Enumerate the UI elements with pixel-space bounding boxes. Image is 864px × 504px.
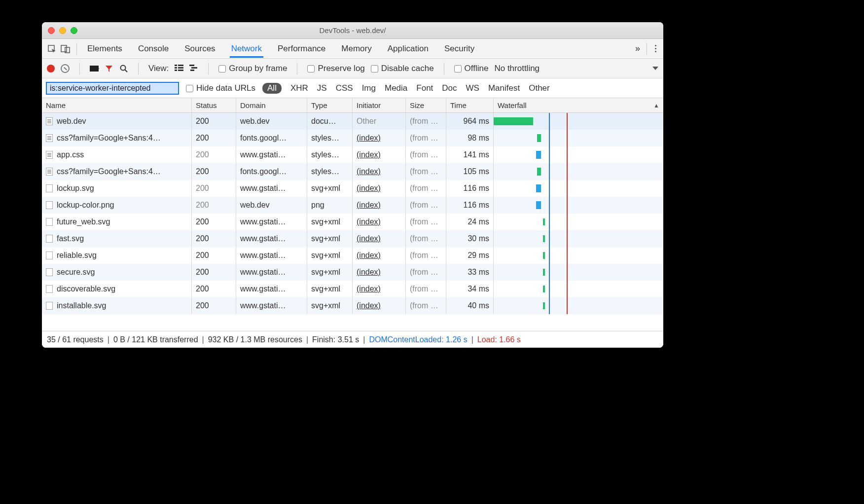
table-row[interactable]: discoverable.svg200www.gstati…svg+xml(in… xyxy=(42,281,663,297)
filter-chip-other[interactable]: Other xyxy=(529,83,550,93)
cell-waterfall xyxy=(494,146,663,163)
tab-console[interactable]: Console xyxy=(137,40,170,58)
tab-security[interactable]: Security xyxy=(443,40,476,58)
table-row[interactable]: css?family=Google+Sans:4…200fonts.googl…… xyxy=(42,130,663,146)
table-row[interactable]: web.dev200web.devdocu…Other(from …964 ms xyxy=(42,113,663,130)
filter-chip-doc[interactable]: Doc xyxy=(442,83,457,93)
table-row[interactable]: secure.svg200www.gstati…svg+xml(index)(f… xyxy=(42,264,663,281)
cell-status: 200 xyxy=(192,281,236,297)
tab-sources[interactable]: Sources xyxy=(183,40,216,58)
filter-chip-xhr[interactable]: XHR xyxy=(290,83,308,93)
cell-domain: web.dev xyxy=(236,197,307,214)
traffic-lights xyxy=(42,27,77,34)
tab-performance[interactable]: Performance xyxy=(276,40,327,58)
screenshot-icon[interactable] xyxy=(90,66,99,72)
cell-name: future_web.svg xyxy=(57,217,110,226)
cell-initiator[interactable]: (index) xyxy=(357,217,381,226)
cell-initiator[interactable]: (index) xyxy=(357,251,381,260)
filter-chip-ws[interactable]: WS xyxy=(466,83,479,93)
cell-domain: web.dev xyxy=(236,113,307,130)
dcl-line xyxy=(549,197,550,214)
filter-input[interactable] xyxy=(46,82,179,95)
file-icon xyxy=(46,268,53,276)
tab-memory[interactable]: Memory xyxy=(340,40,373,58)
cell-initiator[interactable]: (index) xyxy=(357,285,381,293)
more-tabs-icon[interactable]: » xyxy=(631,43,643,54)
record-button[interactable] xyxy=(47,65,55,72)
group-by-frame-checkbox[interactable]: Group by frame xyxy=(218,64,287,73)
filter-icon[interactable] xyxy=(105,64,113,73)
table-row[interactable]: lockup-color.png200web.devpng(index)(fro… xyxy=(42,197,663,214)
load-line xyxy=(567,130,568,146)
tab-network[interactable]: Network xyxy=(230,40,263,58)
cell-initiator[interactable]: (index) xyxy=(357,150,381,159)
filter-chip-all[interactable]: All xyxy=(262,83,282,94)
close-icon[interactable] xyxy=(48,27,55,34)
network-toolbar: View: Group by frame Preserve log Disabl… xyxy=(42,59,663,78)
col-type[interactable]: Type xyxy=(307,98,353,112)
col-time[interactable]: Time xyxy=(446,98,494,112)
load-line xyxy=(567,297,568,314)
filter-chip-js[interactable]: JS xyxy=(317,83,327,93)
cell-name: lockup.svg xyxy=(57,184,94,193)
table-row[interactable]: reliable.svg200www.gstati…svg+xml(index)… xyxy=(42,247,663,264)
cell-name: css?family=Google+Sans:4… xyxy=(57,134,161,143)
filter-chip-img[interactable]: Img xyxy=(362,83,376,93)
minimize-icon[interactable] xyxy=(59,27,66,34)
col-domain[interactable]: Domain xyxy=(236,98,307,112)
kebab-menu-icon[interactable] xyxy=(651,45,660,52)
overview-icon[interactable] xyxy=(189,64,198,73)
table-row[interactable]: installable.svg200www.gstati…svg+xml(ind… xyxy=(42,297,663,314)
disable-cache-checkbox[interactable]: Disable cache xyxy=(371,64,434,73)
cell-initiator[interactable]: (index) xyxy=(357,234,381,243)
clear-icon[interactable] xyxy=(61,64,70,73)
filter-chip-manifest[interactable]: Manifest xyxy=(488,83,520,93)
tab-application[interactable]: Application xyxy=(386,40,430,58)
large-rows-icon[interactable] xyxy=(175,64,183,73)
cell-initiator[interactable]: (index) xyxy=(357,268,381,277)
filter-chip-css[interactable]: CSS xyxy=(336,83,353,93)
cell-size: (from … xyxy=(406,130,446,146)
cell-size: (from … xyxy=(406,214,446,230)
cell-name: lockup-color.png xyxy=(57,201,114,210)
col-waterfall[interactable]: Waterfall▲ xyxy=(494,98,663,112)
cell-initiator[interactable]: (index) xyxy=(357,134,381,143)
status-transferred: 0 B / 121 KB transferred xyxy=(113,335,198,344)
preserve-log-checkbox[interactable]: Preserve log xyxy=(307,64,364,73)
col-size[interactable]: Size xyxy=(406,98,446,112)
throttling-caret-icon[interactable] xyxy=(652,67,658,70)
cell-initiator[interactable]: (index) xyxy=(357,167,381,176)
filter-chip-media[interactable]: Media xyxy=(385,83,407,93)
cell-name: web.dev xyxy=(57,117,86,126)
table-row[interactable]: app.css200www.gstati…styles…(index)(from… xyxy=(42,146,663,163)
cell-time: 116 ms xyxy=(446,180,494,197)
tab-elements[interactable]: Elements xyxy=(86,40,124,58)
filter-chip-font[interactable]: Font xyxy=(416,83,433,93)
cell-type: svg+xml xyxy=(307,247,353,264)
hide-data-urls-checkbox[interactable]: Hide data URLs xyxy=(186,83,255,93)
waterfall-bar xyxy=(543,286,545,292)
table-body[interactable]: web.dev200web.devdocu…Other(from …964 ms… xyxy=(42,113,663,331)
table-row[interactable]: lockup.svg200www.gstati…svg+xml(index)(f… xyxy=(42,180,663,197)
zoom-icon[interactable] xyxy=(71,27,77,34)
cell-size: (from … xyxy=(406,163,446,180)
throttling-select[interactable]: No throttling xyxy=(494,64,540,73)
col-name[interactable]: Name xyxy=(42,98,192,112)
col-initiator[interactable]: Initiator xyxy=(353,98,406,112)
cell-domain: www.gstati… xyxy=(236,180,307,197)
inspect-icon[interactable] xyxy=(45,42,59,56)
cell-time: 34 ms xyxy=(446,281,494,297)
table-row[interactable]: fast.svg200www.gstati…svg+xml(index)(fro… xyxy=(42,230,663,247)
table-row[interactable]: css?family=Google+Sans:4…200fonts.googl…… xyxy=(42,163,663,180)
search-icon[interactable] xyxy=(119,64,128,73)
status-bar: 35 / 61 requests| 0 B / 121 KB transferr… xyxy=(42,331,663,348)
device-toggle-icon[interactable] xyxy=(59,42,72,56)
cell-initiator[interactable]: (index) xyxy=(357,201,381,210)
cell-initiator[interactable]: (index) xyxy=(357,301,381,310)
table-row[interactable]: future_web.svg200www.gstati…svg+xml(inde… xyxy=(42,214,663,230)
cell-domain: www.gstati… xyxy=(236,214,307,230)
cell-initiator[interactable]: (index) xyxy=(357,184,381,193)
offline-checkbox[interactable]: Offline xyxy=(454,64,489,73)
col-status[interactable]: Status xyxy=(192,98,236,112)
svg-rect-7 xyxy=(175,67,177,69)
